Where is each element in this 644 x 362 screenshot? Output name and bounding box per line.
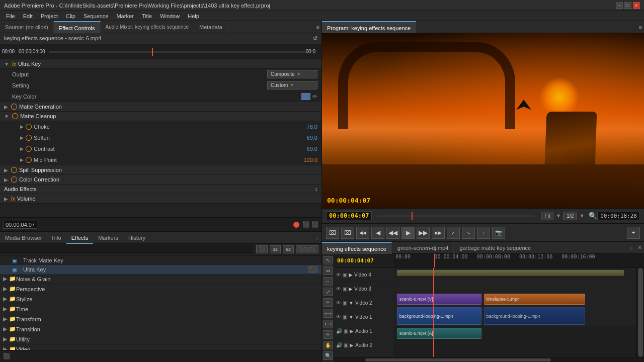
effects-search-input[interactable] bbox=[0, 245, 253, 254]
spill-suppression-header[interactable]: ▶ Spill Suppression bbox=[0, 165, 321, 175]
folder-transition[interactable]: ▶ 📁 Transition bbox=[0, 324, 321, 334]
mid-point-value[interactable]: 100.0 bbox=[303, 157, 317, 163]
choke-value[interactable]: 78.0 bbox=[307, 124, 317, 130]
menu-sequence[interactable]: Sequence bbox=[79, 11, 113, 21]
ctrl-overwrite[interactable]: ↘ bbox=[462, 227, 475, 239]
new-bin-btn[interactable]: ⬛ bbox=[3, 353, 10, 359]
ctrl-mark-out[interactable]: ⌧ bbox=[341, 227, 354, 239]
ec-timecode[interactable]: 00:00:04:07 bbox=[3, 221, 37, 229]
fit-dropdown[interactable]: Fit bbox=[541, 212, 553, 220]
ctrl-mark-in[interactable]: ⌧ bbox=[326, 227, 339, 239]
program-timeline-bar[interactable] bbox=[377, 215, 534, 217]
menu-help[interactable]: Help bbox=[184, 11, 203, 21]
tl-a1-clip1[interactable]: scenic-6.mp4 [A] bbox=[397, 328, 481, 339]
tl-v2-eye[interactable]: 👁 bbox=[336, 300, 341, 306]
ec-record-btn[interactable] bbox=[293, 222, 299, 228]
tl-v2-lock[interactable]: ▣ bbox=[343, 300, 347, 306]
tl-a1-row[interactable]: scenic-6.mp4 [A] bbox=[394, 326, 636, 340]
ec-btn1[interactable]: ⬛ bbox=[302, 221, 309, 228]
tl-tool-ripple[interactable]: ⇔ bbox=[324, 266, 333, 275]
ultra-key-header[interactable]: ▼ fx Ultra Key bbox=[0, 59, 321, 69]
tl-a2-row[interactable] bbox=[394, 340, 636, 354]
tab-effect-controls[interactable]: Effect Controls bbox=[54, 21, 101, 33]
close-button[interactable]: ✕ bbox=[633, 2, 640, 9]
effects-tool-icon[interactable]: ⬛⬛⬛ bbox=[296, 245, 318, 253]
effects-panel-menu[interactable]: ≡ bbox=[312, 235, 321, 241]
folder-video[interactable]: ▶ 📁 Video bbox=[0, 344, 321, 350]
folder-noise-grain[interactable]: ▶ 📁 Noise & Grain bbox=[0, 274, 321, 284]
tab-info[interactable]: Info bbox=[47, 232, 66, 244]
tl-v1-clip1[interactable]: background-looping-1.mp4 bbox=[397, 307, 481, 325]
menu-marker[interactable]: Marker bbox=[112, 11, 137, 21]
tab-markers[interactable]: Markers bbox=[93, 232, 123, 244]
tl-ruler[interactable]: 00:00 00:00:04:00 00:00:08:00 00:00:12:0… bbox=[394, 254, 644, 267]
tl-a1-lock[interactable]: ▣ bbox=[344, 328, 348, 334]
ec-btn2[interactable]: ⬛ bbox=[311, 221, 318, 228]
tl-v3-lock[interactable]: ▣ bbox=[343, 286, 347, 292]
tl-tool-zoom[interactable]: 🔍 bbox=[324, 351, 333, 360]
program-panel-menu[interactable]: ≡ bbox=[639, 24, 642, 30]
folder-utility[interactable]: ▶ 📁 Utility bbox=[0, 334, 321, 344]
tl-v2-row[interactable]: scenic-6.mp4 [V] timelapse-5.mp4 bbox=[394, 292, 636, 306]
tl-tool-pen[interactable]: ✏ bbox=[324, 330, 333, 339]
tl-tool-hand[interactable]: ✋ bbox=[324, 341, 333, 349]
ctrl-export-frame[interactable]: 📷 bbox=[492, 227, 505, 239]
menu-window[interactable]: Window bbox=[156, 11, 184, 21]
tl-v1-eye[interactable]: 👁 bbox=[336, 314, 341, 320]
tl-tool-razor[interactable]: ✂ bbox=[324, 298, 333, 307]
ctrl-jump-end[interactable]: ▶▶ bbox=[432, 227, 445, 239]
folder-time[interactable]: ▶ 📁 Time bbox=[0, 304, 321, 314]
ctrl-step-back[interactable]: ◀ bbox=[371, 227, 384, 239]
ctrl-play-stop[interactable]: ▶ bbox=[401, 227, 415, 239]
quality-dropdown[interactable]: 1/2 bbox=[563, 212, 577, 220]
tl-tool-select[interactable]: ↖ bbox=[324, 256, 333, 264]
tl-v4-eye[interactable]: 👁 bbox=[336, 272, 341, 278]
audio-effects-resize[interactable]: ↕ bbox=[315, 186, 318, 192]
tl-tool-slip[interactable]: ⟺ bbox=[324, 309, 333, 317]
tl-right-scroll[interactable] bbox=[636, 268, 644, 357]
color-correction-header[interactable]: ▶ Color Correction bbox=[0, 175, 321, 185]
matte-gen-header[interactable]: ▶ Matte Generation bbox=[0, 102, 321, 112]
effect-item-ultra-key[interactable]: ▣ Ultra Key ⬛ bbox=[0, 265, 321, 274]
folder-stylize[interactable]: ▶ 📁 Stylize bbox=[0, 294, 321, 304]
menu-clip[interactable]: Clip bbox=[62, 11, 79, 21]
tl-v4-lock[interactable]: ▣ bbox=[343, 272, 347, 278]
tab-media-browser[interactable]: Media Browser bbox=[0, 232, 47, 244]
mid-point-arrow[interactable]: ▶ bbox=[20, 157, 24, 162]
menu-project[interactable]: Project bbox=[37, 11, 62, 21]
ctrl-step-fwd[interactable]: ▶▶ bbox=[417, 227, 430, 239]
contrast-value[interactable]: 69.0 bbox=[307, 146, 317, 152]
tl-a2-eye[interactable]: 🔊 bbox=[336, 342, 342, 348]
ctrl-add-marker[interactable]: + bbox=[627, 227, 640, 239]
program-timecode-display[interactable]: 00:00:04:07 bbox=[326, 211, 372, 220]
panel-menu-btn[interactable]: ≡ bbox=[316, 24, 319, 30]
soften-value[interactable]: 69.0 bbox=[307, 135, 317, 141]
tl-scroll-thumb[interactable] bbox=[365, 358, 551, 361]
menu-file[interactable]: File bbox=[2, 11, 19, 21]
output-dropdown[interactable]: Composite ▼ bbox=[267, 70, 317, 78]
tl-vert-scroll-thumb[interactable] bbox=[638, 268, 643, 357]
menu-edit[interactable]: Edit bbox=[19, 11, 37, 21]
tl-tool-slide[interactable]: ⟷ bbox=[324, 320, 333, 328]
tab-program[interactable]: Program: keying effects sequence bbox=[322, 21, 416, 33]
ctrl-insert[interactable]: ↙ bbox=[447, 227, 460, 239]
tl-v1-lock[interactable]: ▣ bbox=[343, 314, 347, 320]
ec-reset-btn[interactable]: ↺ bbox=[313, 35, 317, 42]
tl-v3-row[interactable] bbox=[394, 278, 636, 292]
eyedropper-icon[interactable]: ✏ bbox=[312, 93, 317, 100]
tl-a2-lock[interactable]: ▣ bbox=[344, 342, 348, 348]
tab-metadata[interactable]: Metadata bbox=[194, 21, 228, 33]
tl-v4-row[interactable] bbox=[394, 268, 636, 278]
ctrl-mark-clip[interactable]: ◀◀ bbox=[356, 227, 369, 239]
ec-timeline-bar[interactable] bbox=[49, 51, 306, 53]
ctrl-rewind[interactable]: ◀◀ bbox=[386, 227, 399, 239]
tl-v1-row[interactable]: background-looping-1.mp4 background-loop… bbox=[394, 306, 636, 326]
folder-transform[interactable]: ▶ 📁 Transform bbox=[0, 314, 321, 324]
tab-effects[interactable]: Effects bbox=[66, 232, 93, 244]
folder-perspective[interactable]: ▶ 📁 Perspective bbox=[0, 284, 321, 294]
tl-v2-clip2[interactable]: timelapse-5.mp4 bbox=[484, 294, 586, 305]
contrast-arrow[interactable]: ▶ bbox=[20, 146, 24, 151]
tl-tool-rate[interactable]: ⤢ bbox=[324, 288, 333, 296]
tl-close-seq[interactable]: ✕ bbox=[635, 244, 644, 251]
tl-panel-menu[interactable]: ≡ bbox=[628, 245, 635, 251]
